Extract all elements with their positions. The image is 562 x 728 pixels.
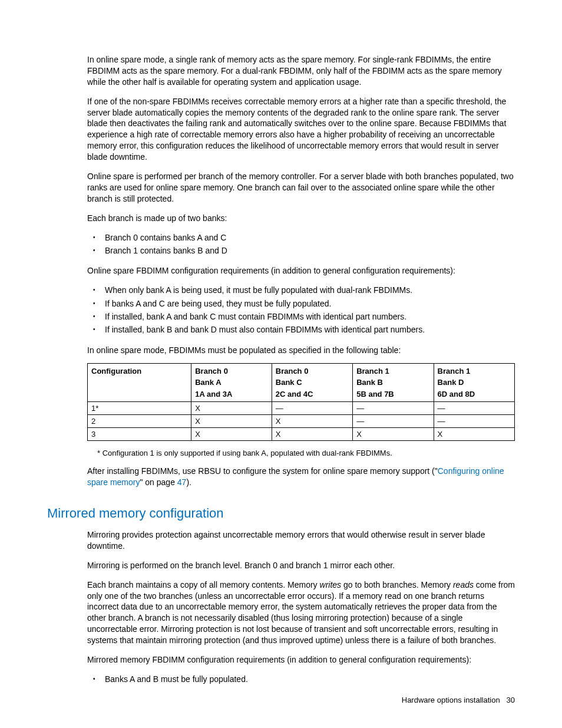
paragraph: If one of the non-spare FBDIMMs receives… [87, 96, 515, 163]
paragraph: Each branch maintains a copy of all memo… [87, 579, 515, 646]
table-cell: — [434, 402, 514, 415]
list-item: If installed, bank A and bank C must con… [105, 310, 515, 323]
list-item: When only bank A is being used, it must … [105, 284, 515, 297]
paragraph: Mirroring provides protection against un… [87, 529, 515, 552]
table-header: Branch 0 Bank C 2C and 4C [272, 363, 352, 402]
table-footnote: * Configuration 1 is only supported if u… [97, 449, 515, 457]
table-header: Branch 0 Bank A 1A and 3A [191, 363, 272, 402]
table-cell: — [353, 415, 434, 428]
table-cell: X [434, 428, 514, 441]
bullet-list: Branch 0 contains banks A and C Branch 1… [87, 231, 515, 258]
table-cell: 2 [88, 415, 191, 428]
heading-mirrored-memory: Mirrored memory configuration [47, 506, 515, 521]
list-item: If installed, bank B and bank D must als… [105, 323, 515, 336]
list-item: Banks A and B must be fully populated. [105, 673, 515, 686]
paragraph: Each branch is made up of two banks: [87, 213, 515, 224]
paragraph: After installing FBDIMMs, use RBSU to co… [87, 466, 515, 488]
table-cell: 1* [88, 402, 191, 415]
table-cell: X [191, 402, 272, 415]
table-header: Branch 1 Bank B 5B and 7B [353, 363, 434, 402]
table-cell: X [272, 428, 352, 441]
table-cell: — [353, 402, 434, 415]
bullet-list: When only bank A is being used, it must … [87, 284, 515, 337]
list-item: Branch 0 contains banks A and C [105, 231, 515, 244]
table-cell: 3 [88, 428, 191, 441]
paragraph: Mirrored memory FBDIMM configuration req… [87, 654, 515, 666]
configuration-table: Configuration Branch 0 Bank A 1A and 3A … [87, 363, 515, 442]
table-header: Configuration [88, 363, 191, 402]
paragraph: In online spare mode, a single rank of m… [87, 54, 515, 88]
table-header: Branch 1 Bank D 6D and 8D [434, 363, 514, 402]
page-footer: Hardware options installation 30 [402, 696, 515, 704]
paragraph: Mirroring is performed on the branch lev… [87, 560, 515, 571]
table-cell: — [272, 402, 352, 415]
link-page-47[interactable]: 47 [177, 477, 187, 487]
table-cell: X [191, 428, 272, 441]
table-cell: — [434, 415, 514, 428]
bullet-list: Banks A and B must be fully populated. [87, 673, 515, 686]
paragraph: Online spare FBDIMM configuration requir… [87, 265, 515, 276]
table-cell: X [353, 428, 434, 441]
list-item: Branch 1 contains banks B and D [105, 244, 515, 257]
list-item: If banks A and C are being used, they mu… [105, 297, 515, 310]
paragraph: Online spare is performed per branch of … [87, 171, 515, 205]
paragraph: In online spare mode, FBDIMMs must be po… [87, 345, 515, 356]
table-cell: X [272, 415, 352, 428]
table-cell: X [191, 415, 272, 428]
